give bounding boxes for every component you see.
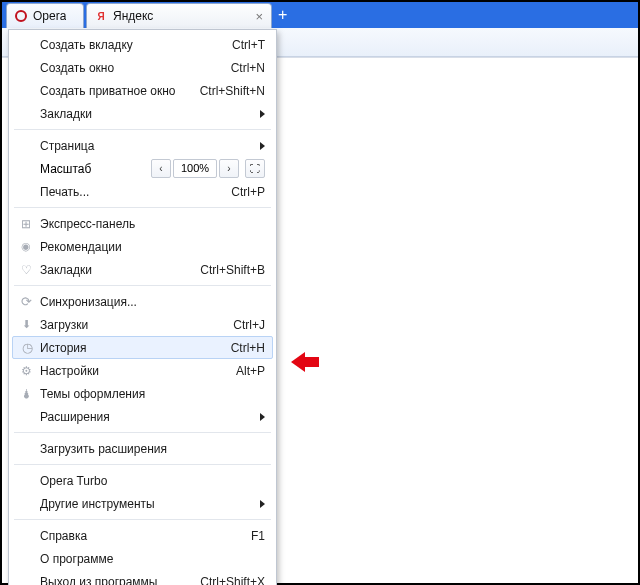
zoom-value: 100%: [173, 159, 217, 178]
menu-zoom-row: Масштаб ‹ 100% › ⛶: [12, 157, 273, 180]
eye-icon: [18, 239, 34, 255]
site-tab[interactable]: Я Яндекс ×: [86, 3, 272, 28]
menu-discover[interactable]: Рекомендации: [12, 235, 273, 258]
close-icon[interactable]: ×: [255, 10, 263, 23]
menu-separator: [14, 519, 271, 520]
sync-icon: [18, 294, 34, 310]
window-frame: Opera Я Яндекс × + Создать вкладку Ctrl+…: [0, 0, 640, 585]
menu-new-tab[interactable]: Создать вкладку Ctrl+T: [12, 33, 273, 56]
menu-separator: [14, 432, 271, 433]
menu-separator: [14, 285, 271, 286]
menu-page-submenu[interactable]: Страница: [12, 134, 273, 157]
tab-strip: Opera Я Яндекс × +: [2, 2, 638, 28]
opera-main-menu: Создать вкладку Ctrl+T Создать окно Ctrl…: [8, 29, 277, 585]
submenu-arrow-icon: [260, 110, 265, 118]
opera-icon: [15, 10, 27, 22]
menu-get-extensions[interactable]: Загрузить расширения: [12, 437, 273, 460]
menu-bookmarks-submenu[interactable]: Закладки: [12, 102, 273, 125]
submenu-arrow-icon: [260, 142, 265, 150]
gear-icon: [18, 363, 34, 379]
menu-exit[interactable]: Выход из программы Ctrl+Shift+X: [12, 570, 273, 585]
menu-print[interactable]: Печать... Ctrl+P: [12, 180, 273, 203]
submenu-arrow-icon: [260, 500, 265, 508]
menu-extensions-submenu[interactable]: Расширения: [12, 405, 273, 428]
menu-about[interactable]: О программе: [12, 547, 273, 570]
site-tab-label: Яндекс: [113, 9, 153, 23]
menu-separator: [14, 129, 271, 130]
menu-new-private-window[interactable]: Создать приватное окно Ctrl+Shift+N: [12, 79, 273, 102]
menu-sync[interactable]: Синхронизация...: [12, 290, 273, 313]
submenu-arrow-icon: [260, 413, 265, 421]
opera-tab-label: Opera: [33, 9, 66, 23]
heart-icon: [18, 262, 34, 278]
menu-separator: [14, 207, 271, 208]
menu-downloads[interactable]: Загрузки Ctrl+J: [12, 313, 273, 336]
themes-icon: [18, 386, 34, 402]
zoom-out-button[interactable]: ‹: [151, 159, 171, 178]
grid-icon: [18, 216, 34, 232]
menu-speed-dial[interactable]: Экспресс-панель: [12, 212, 273, 235]
menu-more-tools-submenu[interactable]: Другие инструменты: [12, 492, 273, 515]
opera-menu-tab[interactable]: Opera: [6, 3, 84, 28]
menu-new-window[interactable]: Создать окно Ctrl+N: [12, 56, 273, 79]
menu-bookmarks[interactable]: Закладки Ctrl+Shift+B: [12, 258, 273, 281]
menu-separator: [14, 464, 271, 465]
menu-themes[interactable]: Темы оформления: [12, 382, 273, 405]
download-icon: [18, 317, 34, 333]
fullscreen-button[interactable]: ⛶: [245, 159, 265, 178]
menu-help[interactable]: Справка F1: [12, 524, 273, 547]
clock-icon: [19, 340, 35, 356]
menu-opera-turbo[interactable]: Opera Turbo: [12, 469, 273, 492]
zoom-in-button[interactable]: ›: [219, 159, 239, 178]
new-tab-button[interactable]: +: [278, 7, 287, 23]
zoom-controls: ‹ 100% › ⛶: [151, 159, 265, 178]
yandex-icon: Я: [95, 10, 107, 22]
menu-history[interactable]: История Ctrl+H: [12, 336, 273, 359]
menu-settings[interactable]: Настройки Alt+P: [12, 359, 273, 382]
